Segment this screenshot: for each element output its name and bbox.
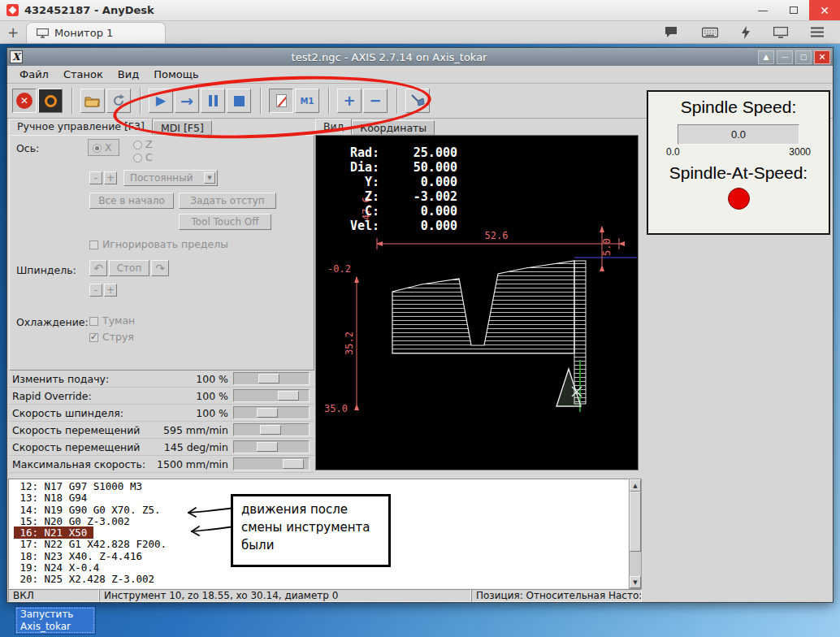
anydesk-logo-icon bbox=[6, 4, 19, 16]
slider-label: Скорость перемещений bbox=[12, 441, 141, 453]
scale-max: 3000 bbox=[789, 146, 811, 158]
ignore-limits-checkbox[interactable]: Игнорировать пределы bbox=[89, 238, 228, 250]
zoom-in-icon: + bbox=[343, 93, 355, 108]
slider-value: 595 mm/min bbox=[163, 424, 228, 436]
angular-jog-speed-slider[interactable] bbox=[233, 440, 310, 453]
max-velocity-slider[interactable] bbox=[233, 457, 310, 470]
jog-plus-button[interactable]: + bbox=[104, 171, 117, 184]
feed-override-slider[interactable] bbox=[233, 372, 310, 385]
spindle-override-slider[interactable] bbox=[233, 406, 310, 419]
scrollbar-thumb[interactable] bbox=[630, 492, 641, 552]
machine-power-button[interactable] bbox=[38, 89, 63, 113]
spindle-at-speed-led bbox=[728, 188, 750, 210]
menu-help[interactable]: Помощь bbox=[146, 67, 206, 82]
maximize-button[interactable] bbox=[778, 0, 809, 20]
minimize-button[interactable]: — bbox=[747, 0, 778, 20]
taskbar-launcher-axis-tokar[interactable]: Запустить Axis_tokar bbox=[15, 606, 96, 635]
pause-button[interactable] bbox=[201, 89, 225, 113]
spindle-override-row: Скорость шпинделя: 100 % bbox=[9, 405, 314, 422]
open-file-button[interactable] bbox=[80, 89, 105, 113]
menu-view[interactable]: Вид bbox=[110, 67, 146, 82]
tab-preview[interactable]: Вид bbox=[315, 119, 352, 135]
slider-value: 100 % bbox=[196, 390, 228, 402]
flood-checkbox[interactable]: Струя bbox=[89, 331, 134, 343]
radio-icon bbox=[133, 154, 142, 162]
clear-plot-button[interactable] bbox=[405, 89, 430, 113]
scroll-down-button[interactable]: ▼ bbox=[630, 576, 641, 588]
note-line: смены инструмента bbox=[241, 518, 380, 536]
slider-thumb[interactable] bbox=[278, 391, 299, 401]
slider-thumb[interactable] bbox=[283, 459, 304, 469]
slider-thumb[interactable] bbox=[257, 408, 278, 418]
zoom-out-icon: − bbox=[369, 93, 381, 108]
chat-icon bbox=[665, 26, 679, 38]
estop-button[interactable]: ✕ bbox=[12, 89, 37, 113]
axis-minimize-button[interactable]: — bbox=[777, 50, 793, 64]
monitor-tab[interactable]: Монитор 1 bbox=[26, 22, 166, 43]
optional-stop-toggle[interactable]: M1 bbox=[295, 89, 319, 113]
spindle-ccw-button[interactable]: ↶ bbox=[89, 260, 107, 276]
slider-thumb[interactable] bbox=[257, 442, 278, 452]
actions-button[interactable] bbox=[741, 26, 751, 39]
tool-touch-off-button[interactable]: Tool Touch Off bbox=[179, 214, 271, 230]
spindle-stop-button[interactable]: Стоп bbox=[109, 260, 149, 276]
zoom-out-button[interactable]: − bbox=[363, 89, 388, 113]
gcode-scrollbar[interactable]: ▲ ▼ bbox=[629, 479, 642, 589]
jog-speed-slider[interactable] bbox=[233, 423, 310, 436]
run-from-line-button[interactable]: → bbox=[175, 89, 199, 113]
backplot-preview[interactable]: 52.6 47.6 5.0 -0.2 35.2 35.0 Rad:25.000 … bbox=[315, 135, 639, 470]
broom-icon bbox=[410, 93, 425, 108]
slider-thumb[interactable] bbox=[258, 374, 279, 384]
stop-button[interactable] bbox=[227, 89, 251, 113]
home-all-button[interactable]: Все в начало bbox=[89, 193, 174, 209]
gcode-line[interactable]: 20: N25 X2.428 Z-3.002 bbox=[14, 574, 628, 585]
step-arrow-icon: → bbox=[180, 93, 193, 109]
display-settings-button[interactable] bbox=[773, 27, 788, 38]
anydesk-tabbar: + Монитор 1 bbox=[0, 21, 840, 44]
note-line: были bbox=[241, 536, 380, 554]
spindle-cw-button[interactable]: ↷ bbox=[151, 260, 169, 276]
scroll-up-button[interactable]: ▲ bbox=[630, 479, 641, 492]
display-icon bbox=[773, 27, 788, 38]
shade-button[interactable]: ▲ bbox=[758, 50, 774, 64]
spindle-speed-scale: 0.0 3000 bbox=[666, 146, 811, 158]
reload-file-button[interactable] bbox=[106, 89, 131, 113]
chat-button[interactable] bbox=[665, 26, 679, 38]
axis-radio-c[interactable]: C bbox=[133, 151, 153, 163]
axis-maximize-button[interactable]: ▢ bbox=[795, 50, 812, 64]
control-tabs: Ручное управление [F3] MDI [F5] bbox=[9, 119, 212, 135]
remote-desktop: X test2.ngc - AXIS 2.7.14 on Axis_tokar … bbox=[0, 44, 840, 637]
axis-radio-z[interactable]: Z bbox=[133, 138, 153, 150]
status-position-mode: Позиция: Относительная Насто: bbox=[471, 589, 642, 602]
new-session-button[interactable]: + bbox=[0, 22, 26, 43]
spindle-minus-button[interactable]: - bbox=[89, 284, 102, 297]
dro-row: Vel:0.000 bbox=[339, 219, 457, 233]
annotation-note: движения после смены инструмента были bbox=[231, 494, 391, 567]
spindle-plus-button[interactable]: + bbox=[104, 284, 117, 297]
mist-checkbox[interactable]: Туман bbox=[89, 314, 135, 327]
touch-off-button[interactable]: Задать отступ bbox=[179, 193, 276, 209]
keyboard-button[interactable] bbox=[702, 27, 718, 38]
axis-close-button[interactable]: ✕ bbox=[814, 50, 830, 64]
rapid-override-slider[interactable] bbox=[233, 389, 310, 402]
zoom-in-button[interactable]: + bbox=[337, 89, 362, 113]
close-button[interactable]: ✕ bbox=[809, 0, 840, 20]
menu-file[interactable]: Файл bbox=[12, 67, 56, 82]
tab-mdi[interactable]: MDI [F5] bbox=[153, 120, 212, 135]
gcode-line[interactable]: 12: N17 G97 S1000 M3 bbox=[14, 481, 628, 492]
launcher-line1: Запустить bbox=[20, 609, 90, 621]
jog-minus-button[interactable]: - bbox=[89, 171, 102, 184]
run-program-button[interactable]: ▶ bbox=[149, 89, 173, 113]
spindle-speed-display: 0.0 bbox=[678, 124, 799, 145]
axis-titlebar[interactable]: X test2.ngc - AXIS 2.7.14 on Axis_tokar … bbox=[7, 48, 833, 66]
jog-mode-select[interactable]: Постоянный ▼ bbox=[123, 170, 218, 186]
slider-thumb[interactable] bbox=[260, 425, 281, 435]
tab-dro[interactable]: Координаты bbox=[352, 120, 435, 135]
axis-radio-x[interactable]: X bbox=[88, 139, 119, 156]
maximize-icon bbox=[790, 6, 798, 14]
menu-machine[interactable]: Станок bbox=[56, 67, 110, 82]
menu-button[interactable] bbox=[811, 27, 824, 37]
tab-manual-control[interactable]: Ручное управление [F3] bbox=[9, 119, 153, 135]
skip-lines-toggle[interactable] bbox=[269, 89, 293, 113]
dro-readout: Rad:25.000 Dia:50.000 Y:0.000 Z:-3.002 C… bbox=[339, 145, 457, 233]
